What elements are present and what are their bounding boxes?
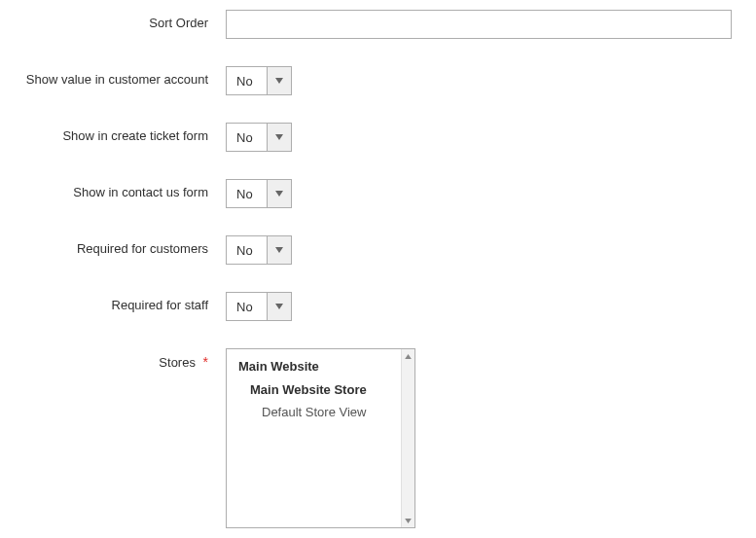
scrollbar[interactable]: [401, 349, 414, 527]
required-staff-select[interactable]: No: [226, 292, 292, 321]
row-show-contact-us: Show in contact us form No: [0, 179, 756, 208]
select-value: No: [227, 67, 268, 94]
row-stores: Stores * Main WebsiteMain Website StoreD…: [0, 348, 756, 528]
stores-option[interactable]: Main Website Store: [229, 378, 413, 402]
svg-marker-3: [275, 247, 283, 253]
svg-marker-1: [275, 134, 283, 140]
label-show-customer-account: Show value in customer account: [0, 66, 226, 87]
show-customer-account-select[interactable]: No: [226, 66, 292, 95]
chevron-down-icon[interactable]: [268, 67, 291, 94]
row-sort-order: Sort Order: [0, 10, 756, 39]
scroll-up-icon[interactable]: [402, 349, 415, 363]
stores-option[interactable]: Main Website: [229, 355, 413, 378]
required-icon: *: [203, 354, 208, 370]
label-show-contact-us: Show in contact us form: [0, 179, 226, 199]
stores-options-list: Main WebsiteMain Website StoreDefault St…: [227, 349, 414, 430]
svg-marker-4: [275, 304, 283, 309]
stores-multiselect[interactable]: Main WebsiteMain Website StoreDefault St…: [226, 348, 415, 528]
svg-marker-2: [275, 191, 283, 197]
required-customers-select[interactable]: No: [226, 235, 292, 265]
row-show-create-ticket: Show in create ticket form No: [0, 123, 756, 152]
label-stores: Stores *: [0, 348, 226, 370]
select-value: No: [227, 180, 268, 207]
label-required-staff: Required for staff: [0, 292, 226, 312]
row-show-customer-account: Show value in customer account No: [0, 66, 756, 95]
row-required-customers: Required for customers No: [0, 235, 756, 265]
show-create-ticket-select[interactable]: No: [226, 123, 292, 152]
label-stores-text: Stores: [159, 355, 196, 370]
select-value: No: [227, 124, 268, 151]
sort-order-input[interactable]: [226, 10, 732, 39]
chevron-down-icon[interactable]: [268, 124, 291, 151]
svg-marker-5: [405, 354, 412, 359]
row-required-staff: Required for staff No: [0, 292, 756, 321]
label-show-create-ticket: Show in create ticket form: [0, 123, 226, 143]
chevron-down-icon[interactable]: [268, 180, 291, 207]
stores-option[interactable]: Default Store View: [229, 401, 413, 424]
show-contact-us-select[interactable]: No: [226, 179, 292, 208]
label-sort-order: Sort Order: [0, 10, 226, 30]
label-required-customers: Required for customers: [0, 235, 226, 256]
svg-marker-6: [405, 519, 412, 523]
chevron-down-icon[interactable]: [268, 236, 291, 264]
chevron-down-icon[interactable]: [268, 293, 291, 320]
select-value: No: [227, 236, 268, 264]
svg-marker-0: [275, 78, 283, 84]
select-value: No: [227, 293, 268, 320]
scroll-down-icon[interactable]: [402, 514, 415, 527]
